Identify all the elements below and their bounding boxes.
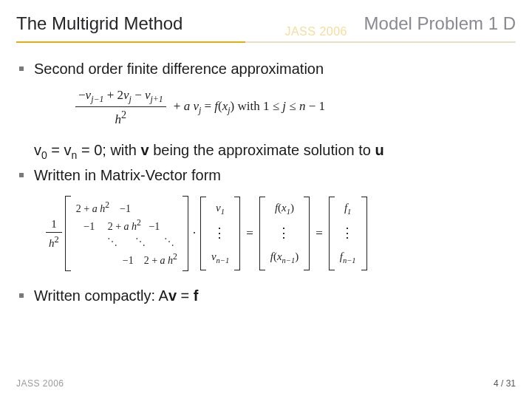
matrix-coef-den: h2: [46, 233, 62, 250]
bullet-item-1: Second order finite difference approxima…: [16, 59, 516, 79]
boundary-condition-text: v0 = vn = 0; with v being the approximat…: [34, 140, 384, 163]
equals-sign-2: =: [316, 226, 323, 241]
vector-f: f1 ⋮ fn−1: [329, 197, 367, 270]
equals-sign-1: =: [246, 226, 253, 241]
slide-title-left: The Multigrid Method: [16, 13, 183, 34]
bullet-item-3: Written compactly: Av = f: [16, 286, 516, 306]
eq1-numerator: −vj−1 + 2vj − vj+1: [75, 88, 166, 107]
vector-fx: f(x1) ⋮ f(xn−1): [259, 197, 310, 270]
bullet-text-2: Written in Matrix-Vector form: [34, 166, 221, 185]
title-underline: [16, 41, 516, 46]
page-number: 4 / 31: [494, 378, 516, 389]
footer-left: JASS 2006: [16, 378, 64, 389]
vector-v: v1 ⋮ vn−1: [200, 197, 240, 270]
equation-finite-difference: −vj−1 + 2vj − vj+1 h2 + a vj = f(xj) wit…: [75, 88, 516, 127]
slide-title-right: Model Problem 1 D: [364, 13, 516, 34]
eq1-rest: + a vj = f(xj) with 1 ≤ j ≤ n − 1: [174, 99, 325, 113]
dot-operator: ·: [193, 227, 196, 240]
eq1-denominator: h2: [75, 107, 166, 127]
matrix-vector-equation: 1 h2 2 + a h2 −1 −1 2 + a h2 −1 ⋱ ⋱ ⋱ −1…: [46, 196, 516, 271]
boundary-condition-line: v0 = vn = 0; with v being the approximat…: [16, 140, 516, 163]
tridiagonal-matrix: 2 + a h2 −1 −1 2 + a h2 −1 ⋱ ⋱ ⋱ −1 2 + …: [65, 196, 188, 271]
bullet-text-3: Written compactly: Av = f: [34, 286, 199, 306]
bullet-text-1: Second order finite difference approxima…: [34, 59, 324, 79]
bullet-item-2: Written in Matrix-Vector form: [16, 166, 516, 185]
matrix-coef-num: 1: [46, 218, 62, 233]
